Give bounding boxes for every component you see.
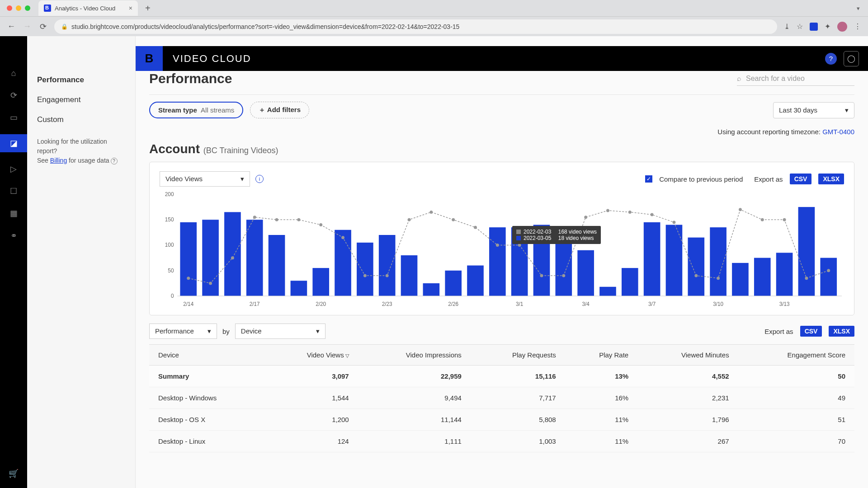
browser-chrome: Analytics - Video Cloud × + ▾ ← → ⟳ 🔒 st… [0, 0, 868, 36]
svg-rect-20 [511, 227, 528, 296]
upload-icon[interactable]: ⟳ [8, 90, 19, 101]
export-csv-button[interactable]: CSV [790, 174, 812, 184]
table-row[interactable]: Desktop - Linux1241,1111,00311%26770 [149, 431, 854, 452]
video-icon[interactable]: ▭ [8, 112, 19, 123]
col-0[interactable]: Device [149, 345, 266, 366]
table-export-xlsx-button[interactable]: XLSX [829, 326, 854, 337]
svg-rect-9 [269, 235, 285, 296]
account-heading: Account (BC Training Videos) [149, 142, 854, 162]
svg-rect-27 [666, 225, 683, 296]
billing-link[interactable]: Billing [50, 157, 67, 164]
svg-text:100: 100 [165, 242, 174, 248]
star-icon[interactable]: ☆ [797, 22, 803, 31]
search-icon: ⌕ [737, 75, 741, 83]
timezone-note: Using account reporting timezone: GMT-04… [149, 125, 854, 142]
col-5[interactable]: Viewed Minutes [637, 345, 738, 366]
svg-rect-31 [754, 258, 771, 296]
puzzle-icon[interactable]: ✦ [825, 22, 830, 31]
kebab-icon[interactable]: ⋮ [854, 22, 861, 31]
svg-rect-30 [732, 263, 749, 296]
svg-rect-15 [401, 255, 418, 296]
svg-text:3/1: 3/1 [516, 301, 524, 307]
grid-icon[interactable]: ▦ [8, 208, 19, 219]
compare-label: Compare to previous period [659, 175, 743, 183]
col-3[interactable]: Play Requests [471, 345, 565, 366]
svg-rect-10 [291, 281, 307, 296]
close-icon[interactable]: × [129, 5, 132, 12]
table-row[interactable]: Desktop - Windows1,5449,4947,71716%2,231… [149, 387, 854, 409]
table-row[interactable]: Desktop - OS X1,20011,1445,80811%1,79651 [149, 409, 854, 431]
svg-rect-28 [688, 238, 704, 296]
export-label: Export as [764, 328, 793, 335]
svg-rect-34 [820, 258, 837, 296]
search-input[interactable]: ⌕ Search for a video [737, 72, 854, 86]
cart-icon[interactable]: 🛒 [8, 468, 19, 479]
svg-rect-32 [776, 253, 793, 296]
chevron-down-icon: ▾ [208, 327, 211, 335]
url-text: studio.brightcove.com/products/videoclou… [71, 23, 459, 30]
svg-rect-24 [599, 287, 616, 296]
svg-text:3/4: 3/4 [582, 301, 590, 307]
chart-card: Video Views▾ i ✓ Compare to previous per… [149, 162, 854, 315]
back-button[interactable]: ← [7, 22, 16, 31]
svg-rect-11 [312, 268, 329, 296]
browser-tab[interactable]: Analytics - Video Cloud × [38, 0, 138, 16]
compare-checkbox[interactable]: ✓ [645, 175, 652, 183]
main-content: B VIDEO CLOUD ? ◯ Performance ⌕ Search f… [136, 36, 868, 488]
nav-performance[interactable]: Performance [37, 70, 125, 90]
table-dimension-select[interactable]: Device▾ [235, 324, 326, 339]
svg-rect-13 [357, 243, 373, 296]
nav-engagement[interactable]: Engagement [37, 90, 125, 110]
logo-mark[interactable]: B [136, 46, 163, 71]
date-range-select[interactable]: Last 30 days▾ [773, 102, 854, 118]
svg-text:3/13: 3/13 [779, 301, 790, 307]
icon-rail: ⌂ ⟳ ▭ ◪ ▷ ☐ ▦ ⚭ 🛒 [0, 36, 27, 488]
tv-icon[interactable]: ☐ [8, 186, 19, 197]
analytics-icon[interactable]: ◪ [0, 134, 27, 152]
info-icon[interactable]: i [255, 175, 264, 183]
svg-rect-5 [180, 222, 197, 296]
help-icon[interactable]: ? [111, 158, 118, 164]
metric-select[interactable]: Video Views▾ [160, 171, 250, 187]
chevron-down-icon[interactable]: ▾ [857, 5, 860, 12]
nav-custom[interactable]: Custom [37, 110, 125, 130]
col-2[interactable]: Video Impressions [358, 345, 471, 366]
table-row[interactable]: Summary3,09722,95915,11613%4,55250 [149, 366, 854, 387]
table-metric-select[interactable]: Performance▾ [149, 324, 217, 339]
timezone-link[interactable]: GMT-0400 [822, 128, 854, 136]
window-controls[interactable] [7, 5, 30, 11]
play-icon[interactable]: ▷ [8, 164, 19, 174]
home-icon[interactable]: ⌂ [8, 68, 19, 79]
add-filters-button[interactable]: ＋ Add filters [250, 102, 309, 118]
reload-button[interactable]: ⟳ [38, 22, 47, 31]
product-name: VIDEO CLOUD [173, 53, 251, 65]
new-tab-button[interactable]: + [145, 3, 151, 14]
col-1[interactable]: Video Views▽ [266, 345, 358, 366]
user-menu-button[interactable]: ◯ [844, 51, 859, 66]
svg-text:0: 0 [171, 293, 174, 299]
svg-rect-7 [224, 212, 241, 296]
profile-avatar[interactable] [837, 22, 847, 32]
help-button[interactable]: ? [825, 53, 837, 65]
chevron-down-icon: ▾ [241, 175, 244, 183]
ext-icon[interactable] [810, 23, 818, 31]
app-header: B VIDEO CLOUD ? ◯ [136, 46, 868, 71]
users-icon[interactable]: ⚭ [8, 230, 19, 241]
chart-area[interactable]: 0501001502002/142/172/202/232/263/13/43/… [160, 192, 844, 310]
install-icon[interactable]: ⤓ [784, 22, 790, 31]
stream-type-filter[interactable]: Stream type All streams [149, 102, 243, 118]
forward-button[interactable]: → [23, 22, 32, 31]
svg-text:3/10: 3/10 [713, 301, 723, 307]
svg-text:150: 150 [165, 216, 174, 223]
url-field[interactable]: 🔒 studio.brightcove.com/products/videocl… [54, 19, 777, 34]
table-export-csv-button[interactable]: CSV [800, 326, 822, 337]
svg-rect-21 [533, 225, 550, 296]
tab-title: Analytics - Video Cloud [55, 5, 115, 12]
export-xlsx-button[interactable]: XLSX [818, 174, 844, 184]
svg-rect-22 [556, 230, 572, 296]
export-label: Export as [754, 175, 783, 183]
col-4[interactable]: Play Rate [565, 345, 637, 366]
svg-rect-8 [246, 220, 263, 296]
svg-rect-17 [445, 271, 462, 296]
col-6[interactable]: Engagement Score [738, 345, 854, 366]
